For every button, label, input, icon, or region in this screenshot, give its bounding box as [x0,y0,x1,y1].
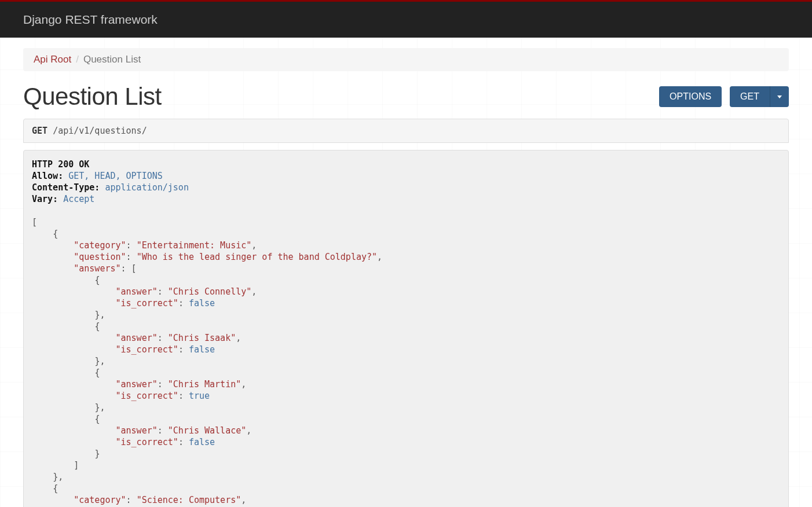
request-path: /api/v1/questions/ [53,126,147,136]
header-allow-label: Allow: [32,171,63,181]
header-vary-value: Accept [63,194,94,204]
header-vary-label: Vary: [32,194,58,204]
action-buttons: OPTIONS GET [659,86,789,107]
response-box: HTTP 200 OK Allow: GET, HEAD, OPTIONS Co… [23,150,789,507]
breadcrumb-root-link[interactable]: Api Root [34,54,71,65]
get-button[interactable]: GET [730,86,770,107]
navbar: Django REST framework [0,2,812,38]
title-row: Question List OPTIONS GET [23,83,789,111]
breadcrumb: Api Root/Question List [23,48,789,71]
chevron-down-icon [777,95,782,98]
options-button[interactable]: OPTIONS [659,86,722,107]
page-title: Question List [23,83,162,111]
request-bar: GET /api/v1/questions/ [23,119,789,143]
header-allow-value: GET, HEAD, OPTIONS [68,171,163,181]
status-line: HTTP 200 OK [32,159,89,170]
request-method: GET [32,126,47,136]
get-button-group: GET [730,86,789,107]
main-container: Api Root/Question List Question List OPT… [0,38,812,507]
header-ctype-value: application/json [105,182,189,193]
brand-link[interactable]: Django REST framework [23,13,158,27]
get-dropdown-toggle[interactable] [770,86,789,107]
response-body-json: [ { "category": "Entertainment: Music", … [32,217,382,505]
breadcrumb-separator: / [76,54,79,65]
header-ctype-label: Content-Type: [32,182,100,193]
breadcrumb-current: Question List [83,54,141,65]
